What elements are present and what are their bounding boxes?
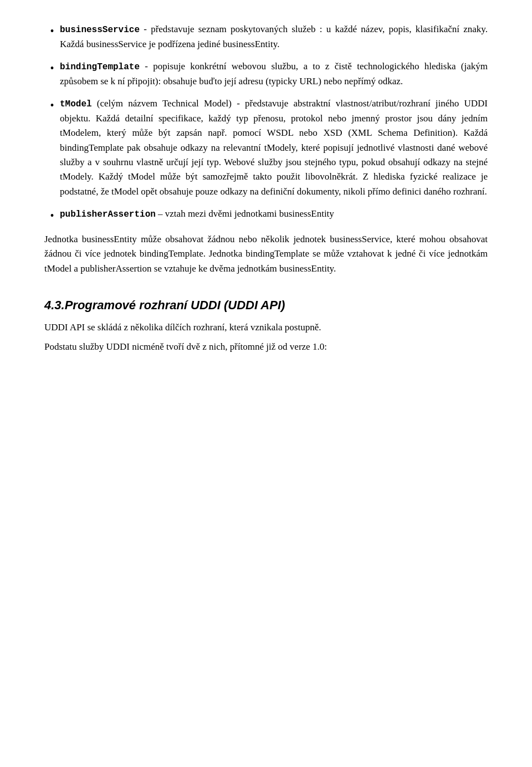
content-area: • businessService - představuje seznam p… <box>44 22 488 354</box>
section-line-1: UDDI API se skládá z několika dílčích ro… <box>44 320 488 335</box>
bullet-list: • businessService - představuje seznam p… <box>44 22 488 224</box>
bullet-text-tModel: tModel (celým názvem Technical Model) - … <box>60 96 488 199</box>
bullet-dot-4: • <box>44 207 60 224</box>
paragraph-businessEntity: Jednotka businessEntity může obsahovat ž… <box>44 232 488 276</box>
def-tModel: (celým názvem Technical Model) - předsta… <box>60 98 488 197</box>
bullet-text-businessService: businessService - představuje seznam pos… <box>60 22 488 52</box>
term-bindingTemplate: bindingTemplate <box>60 62 140 72</box>
list-item-publisherAssertion: • publisherAssertion – vztah mezi dvěmi … <box>44 207 488 224</box>
list-item-bindingTemplate: • bindingTemplate - popisuje konkrétní w… <box>44 59 488 89</box>
bullet-dot-1: • <box>44 23 60 40</box>
list-item-tModel: • tModel (celým názvem Technical Model) … <box>44 96 488 199</box>
bullet-dot-2: • <box>44 60 60 77</box>
bullet-dot-3: • <box>44 97 60 114</box>
list-item-businessService: • businessService - představuje seznam p… <box>44 22 488 52</box>
bullet-text-publisherAssertion: publisherAssertion – vztah mezi dvěmi je… <box>60 207 488 222</box>
def-publisherAssertion: – vztah mezi dvěmi jednotkami businessEn… <box>156 208 334 219</box>
section-heading-uddi-api: 4.3.Programové rozhraní UDDI (UDDI API) <box>44 296 488 315</box>
term-tModel: tModel <box>60 99 92 109</box>
bullet-text-bindingTemplate: bindingTemplate - popisuje konkrétní web… <box>60 59 488 89</box>
term-publisherAssertion: publisherAssertion <box>60 209 156 219</box>
section-line-2: Podstatu služby UDDI nicméně tvoří dvě z… <box>44 340 488 354</box>
term-businessService: businessService <box>60 25 140 35</box>
